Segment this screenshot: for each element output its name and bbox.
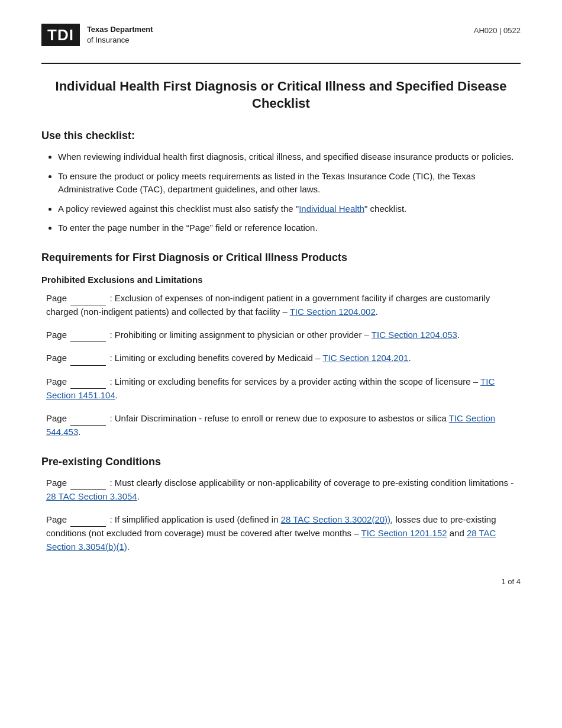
page-header: TDI Texas Department of Insurance AH020 … <box>41 24 521 46</box>
page-field[interactable] <box>70 412 106 426</box>
list-item: To ensure the product or policy meets re… <box>58 170 521 197</box>
list-item: A policy reviewed against this checklist… <box>58 202 521 216</box>
tdi-logo: TDI <box>41 24 80 46</box>
header-divider <box>41 63 521 64</box>
tic-1204-053-link[interactable]: TIC Section 1204.053 <box>372 330 457 340</box>
prohibited-heading: Prohibited Exclusions and Limitations <box>41 275 521 285</box>
checklist-item: Page : Limiting or excluding benefits fo… <box>41 375 521 402</box>
list-item: To enter the page number in the “Page” f… <box>58 221 521 235</box>
use-checklist-list: When reviewing individual health first d… <box>58 150 521 235</box>
tac-3-3054-link[interactable]: 28 TAC Section 3.3054 <box>46 491 137 501</box>
page-field[interactable] <box>70 328 106 343</box>
page-field[interactable] <box>70 292 106 306</box>
page-field[interactable] <box>70 476 106 491</box>
checklist-item: Page : Must clearly disclose applicabili… <box>41 476 521 504</box>
page-field[interactable] <box>70 375 106 389</box>
tic-1204-002-link[interactable]: TIC Section 1204.002 <box>290 307 376 317</box>
page-number: 1 of 4 <box>41 577 521 586</box>
list-item: When reviewing individual health first d… <box>58 150 521 164</box>
checklist-item: Page : Prohibiting or limiting assignmen… <box>41 328 521 343</box>
checklist-item: Page : Unfair Discrimination - refuse to… <box>41 412 521 439</box>
tac-3-3002-link[interactable]: 28 TAC Section 3.3002(20)) <box>281 514 390 524</box>
tic-1201-152-link[interactable]: TIC Section 1201.152 <box>361 528 447 538</box>
page-title: Individual Health First Diagnosis or Cri… <box>41 78 521 112</box>
page-field[interactable] <box>70 352 106 366</box>
checklist-item: Page : If simplified application is used… <box>41 513 521 554</box>
checklist-item: Page : Exclusion of expenses of non-indi… <box>41 292 521 319</box>
preexisting-heading: Pre-existing Conditions <box>41 456 521 468</box>
page-field[interactable] <box>70 513 106 527</box>
use-checklist-heading: Use this checklist: <box>41 130 521 142</box>
form-id: AH020 | 0522 <box>474 26 521 35</box>
checklist-item: Page : Limiting or excluding benefits co… <box>41 352 521 366</box>
requirements-heading: Requirements for First Diagnosis or Crit… <box>41 252 521 264</box>
individual-health-link[interactable]: Individual Health <box>299 204 364 214</box>
logo-area: TDI Texas Department of Insurance <box>41 24 153 46</box>
tic-1204-201-link[interactable]: TIC Section 1204.201 <box>322 353 408 363</box>
logo-text: Texas Department of Insurance <box>87 24 153 46</box>
